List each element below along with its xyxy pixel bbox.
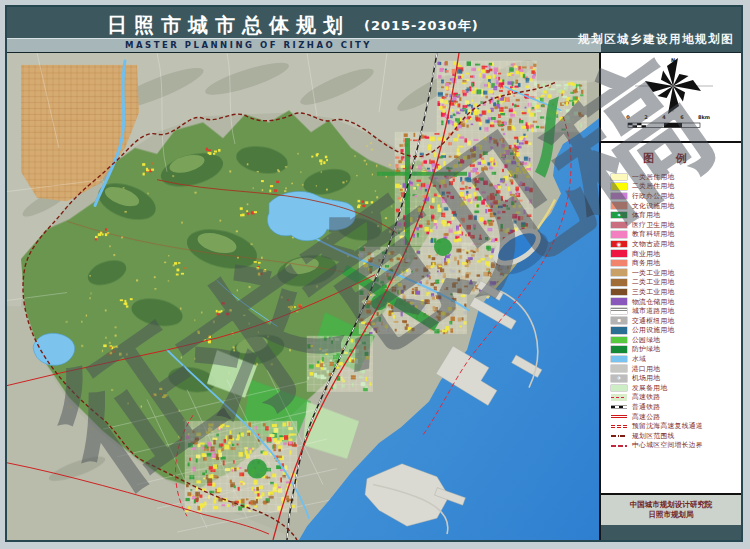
scale-tick: 4 — [662, 114, 666, 120]
legend-label: 商务用地 — [632, 258, 660, 268]
legend-label: 公用设施用地 — [632, 325, 675, 335]
transport-hub-icon: ▪ — [611, 317, 627, 324]
heritage-icon: ◉ — [611, 241, 627, 248]
legend-label: 行政办公用地 — [632, 191, 675, 201]
legend-label: 二类居住用地 — [632, 181, 675, 191]
legend-label: 中心城区空间增长边界 — [632, 440, 703, 450]
legend-label: 一类工业用地 — [632, 268, 675, 278]
bottom-accent-strip — [601, 525, 741, 540]
legend-label: 机场用地 — [632, 373, 660, 383]
legend-item: ✦体育用地 — [611, 210, 737, 220]
legend-label: 发展备用地 — [632, 383, 667, 393]
airplane-icon: ✈ — [611, 375, 627, 382]
legend-label: 港口用地 — [632, 364, 660, 374]
legend-color-swatch — [611, 365, 627, 372]
scale-bar: 0 2 4 6 8km — [626, 114, 710, 128]
legend-label: 体育用地 — [632, 210, 660, 220]
scale-tick: 2 — [644, 114, 648, 120]
legend-color-swatch — [611, 337, 627, 344]
legend-item: 一类工业用地 — [611, 268, 737, 278]
legend-label: 城市道路用地 — [632, 306, 675, 316]
credit-bureau: 日照市规划局 — [601, 510, 741, 520]
legend-item: ◉文物古迹用地 — [611, 239, 737, 249]
legend-item: ✈机场用地 — [611, 373, 737, 383]
subtitle-band: MASTER PLANNING OF RIZHAO CITY — [7, 38, 601, 52]
legend-label: 交通枢纽用地 — [632, 316, 675, 326]
sheet-title: 规划区城乡建设用地规划图 — [578, 32, 734, 47]
expwy-line-swatch — [611, 413, 627, 420]
legend-item: 一类居住用地 — [611, 172, 737, 182]
header-bar: 日照市城市总体规划 (2015-2030年) MASTER PLANNING O… — [7, 7, 741, 53]
scale-tick: 6 — [680, 114, 684, 120]
legend-item: 二类居住用地 — [611, 182, 737, 192]
legend-title: 图 例 — [602, 151, 737, 166]
legend-item: 发展备用地 — [611, 383, 737, 393]
legend-item: 水域 — [611, 354, 737, 364]
legend-label: 商业用地 — [632, 249, 660, 259]
content-row: N — [7, 53, 741, 540]
legend-box: 图 例 一类居住用地二类居住用地行政办公用地文化设施用地✦体育用地医疗卫生用地教… — [601, 143, 741, 493]
legend-item: 城市道路用地 — [611, 306, 737, 316]
scale-tick: 0 — [626, 114, 630, 120]
title-main: 日照市城市总体规划 — [107, 13, 350, 37]
legend-label: 预留沈海高速复线通道 — [632, 421, 703, 431]
reserved-line-swatch — [611, 423, 627, 430]
legend-color-swatch — [611, 298, 627, 305]
rail-line-swatch — [611, 404, 627, 411]
legend-label: 医疗卫生用地 — [632, 220, 675, 230]
legend-color-swatch — [611, 183, 627, 190]
compass-rose-icon — [635, 58, 713, 114]
legend-color-swatch — [611, 202, 627, 209]
legend-item: 普通铁路 — [611, 402, 737, 412]
legend-label: 物流仓储用地 — [632, 297, 675, 307]
legend-item: 商业用地 — [611, 249, 737, 259]
legend-label: 教育科研用地 — [632, 229, 675, 239]
legend-label: 三类工业用地 — [632, 287, 675, 297]
legend-color-swatch — [611, 385, 627, 392]
legend-item: 医疗卫生用地 — [611, 220, 737, 230]
legend-item: 防护绿地 — [611, 345, 737, 355]
legend-item: 三类工业用地 — [611, 287, 737, 297]
credits-box: 中国城市规划设计研究院 日照市规划局 — [601, 493, 741, 525]
subtitle-en: MASTER PLANNING OF RIZHAO CITY — [125, 39, 601, 52]
hsr-line-swatch — [611, 394, 627, 401]
legend-label: 高速铁路 — [632, 392, 660, 402]
legend-item: 预留沈海高速复线通道 — [611, 421, 737, 431]
legend-color-swatch — [611, 250, 627, 257]
legend-item: 规划区范围线 — [611, 431, 737, 441]
legend-label: 水域 — [632, 354, 646, 364]
legend-item: 行政办公用地 — [611, 191, 737, 201]
map-area — [7, 53, 601, 540]
legend-color-swatch — [611, 289, 627, 296]
planning-map-canvas — [7, 53, 599, 540]
legend-label: 公园绿地 — [632, 335, 660, 345]
legend-color-swatch — [611, 174, 627, 181]
legend-color-swatch — [611, 356, 627, 363]
legend-label: 文化设施用地 — [632, 201, 675, 211]
legend-color-swatch — [611, 231, 627, 238]
credit-institute: 中国城市规划设计研究院 — [601, 500, 741, 510]
legend-item: 二类工业用地 — [611, 278, 737, 288]
growth-line-swatch — [611, 442, 627, 449]
legend-color-swatch — [611, 346, 627, 353]
roads-swatch — [611, 308, 627, 315]
legend-color-swatch — [611, 260, 627, 267]
sports-icon: ✦ — [611, 212, 627, 219]
legend-color-swatch — [611, 193, 627, 200]
legend-item: 公园绿地 — [611, 335, 737, 345]
plan-sheet-page: { "header": { "title": "日照市城市总体规划", "tit… — [0, 0, 750, 549]
legend-color-swatch — [611, 222, 627, 229]
legend-label: 防护绿地 — [632, 344, 660, 354]
legend-item: 公用设施用地 — [611, 326, 737, 336]
legend-item: ▪交通枢纽用地 — [611, 316, 737, 326]
compass-scalebar-box: N — [601, 53, 741, 143]
legend-label: 规划区范围线 — [632, 431, 675, 441]
legend-item: 教育科研用地 — [611, 230, 737, 240]
legend-label: 一类居住用地 — [632, 172, 675, 182]
legend-item: 高速公路 — [611, 412, 737, 422]
legend-label: 高速公路 — [632, 412, 660, 422]
legend-item: 商务用地 — [611, 258, 737, 268]
legend-item: 港口用地 — [611, 364, 737, 374]
legend-item: 文化设施用地 — [611, 201, 737, 211]
legend-item: 高速铁路 — [611, 393, 737, 403]
